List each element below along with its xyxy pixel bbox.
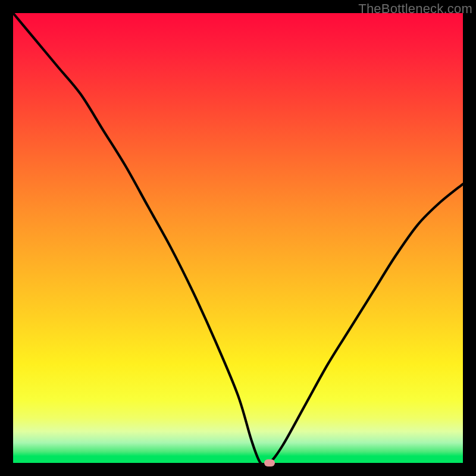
- plot-area: [13, 13, 463, 463]
- optimal-point-marker: [264, 459, 275, 466]
- watermark-text: TheBottleneck.com: [358, 1, 472, 17]
- chart-frame: TheBottleneck.com: [0, 0, 476, 476]
- bottleneck-curve: [13, 13, 463, 463]
